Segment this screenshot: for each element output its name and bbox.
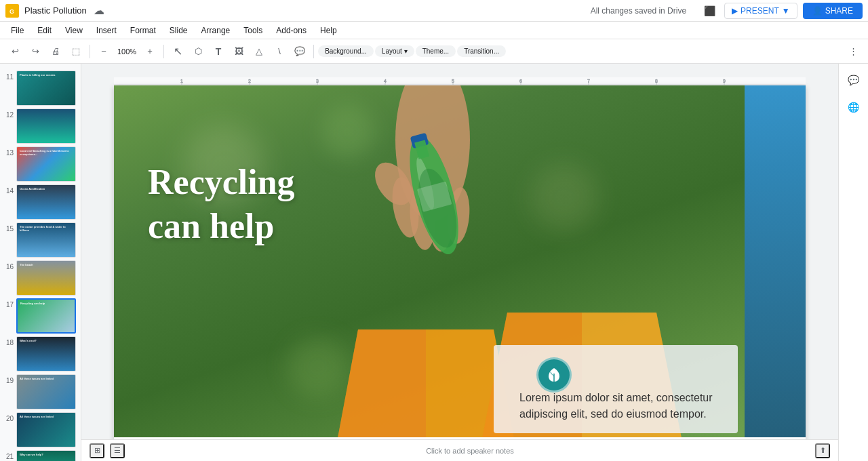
undo-button[interactable]: ↩ [5, 42, 24, 61]
svg-text:8: 8 [655, 79, 658, 83]
slide-preview-12 [16, 108, 76, 144]
slide-mini-text-14: Ocean Acidification [20, 188, 45, 191]
select-button[interactable]: ⬡ [189, 42, 208, 61]
slide-thumb-21[interactable]: 21 Why can we help? [0, 449, 81, 461]
print-button[interactable]: 🖨 [46, 42, 65, 61]
menu-insert[interactable]: Insert [91, 24, 122, 37]
svg-text:7: 7 [587, 79, 590, 83]
slide-number-16: 16 [4, 260, 14, 270]
text-button[interactable]: T [209, 42, 228, 61]
paint-format-button[interactable]: ⬚ [66, 42, 85, 61]
svg-text:4: 4 [384, 79, 387, 83]
grid-view-button[interactable]: ⊞ [90, 443, 104, 458]
slide-thumb-19[interactable]: 19 All these issues are linked [0, 373, 81, 411]
slide-preview-11: Plastic is killing our oceans [16, 71, 76, 106]
document-title: Plastic Pollution [24, 5, 87, 16]
slide-thumb-11[interactable]: 11 Plastic is killing our oceans [0, 69, 81, 107]
transition-pill[interactable]: Transition... [457, 45, 506, 57]
transition-label: Transition... [464, 47, 499, 55]
slide-thumb-13[interactable]: 13 Coral reef bleaching is a fatal threa… [0, 145, 81, 183]
slide-title-line2: can help [148, 204, 295, 248]
line-button[interactable]: \ [270, 42, 289, 61]
toolbar: ↩ ↪ 🖨 ⬚ − 100% + ↖ ⬡ T 🖼 △ \ 💬 Backgroun… [0, 39, 868, 64]
slide-preview-13: Coral reef bleaching is a fatal threat t… [16, 146, 76, 182]
slide-title: Recycling can help [148, 160, 295, 248]
slide-number-14: 14 [4, 184, 14, 195]
slide-main[interactable]: Recycling can help Lorem ipsum dolor sit… [114, 85, 806, 439]
slide-number-18: 18 [4, 336, 14, 346]
slide-number-19: 19 [4, 374, 14, 384]
title-bar: G Plastic Pollution ☁ All changes saved … [0, 0, 868, 22]
svg-text:9: 9 [723, 79, 726, 83]
present-label: PRESENT [741, 6, 779, 16]
menu-view[interactable]: View [60, 24, 88, 37]
slide-mini-text-11: Plastic is killing our oceans [20, 74, 55, 77]
menu-tools[interactable]: Tools [238, 24, 268, 37]
ruler-top: 1 2 3 4 5 6 7 8 9 [114, 77, 806, 85]
slide-background [114, 85, 806, 439]
redo-button[interactable]: ↪ [26, 42, 45, 61]
slide-number-13: 13 [4, 146, 14, 157]
menu-file[interactable]: File [5, 24, 29, 37]
slideshow-icon[interactable]: ⬛ [700, 1, 719, 20]
slide-thumb-14[interactable]: 14 Ocean Acidification [0, 183, 81, 221]
slide-preview-21: Why can we help? [16, 450, 76, 461]
zoom-in-button[interactable]: + [140, 42, 159, 61]
slide-number-20: 20 [4, 412, 14, 422]
menu-format[interactable]: Format [125, 24, 161, 37]
slide-mini-text-18: What's next? [20, 340, 37, 343]
more-options-button[interactable]: ⋮ [844, 42, 863, 61]
zoom-out-button[interactable]: − [94, 42, 113, 61]
menu-help[interactable]: Help [315, 24, 342, 37]
share-label: SHARE [825, 6, 853, 16]
slide-thumb-12[interactable]: 12 [0, 107, 81, 145]
svg-text:G: G [9, 8, 14, 15]
expand-notes-button[interactable]: ⬆ [815, 443, 830, 458]
slide-footer: Greenwash [114, 437, 806, 439]
slide-thumb-15[interactable]: 15 The ocean provides food & water to bi… [0, 221, 81, 259]
present-icon: ▶ [732, 6, 738, 16]
theme-pill[interactable]: Theme... [416, 45, 456, 57]
slides-panel: 11 Plastic is killing our oceans 12 13 C… [0, 64, 81, 461]
canvas-wrapper: 1 2 3 4 5 6 7 8 9 [81, 64, 838, 461]
menu-arrange[interactable]: Arrange [196, 24, 236, 37]
comment-button[interactable]: 💬 [290, 42, 309, 61]
translate-sidebar-button[interactable]: 🌐 [843, 96, 865, 118]
leaf-svg [545, 365, 564, 384]
cursor-button[interactable]: ↖ [168, 42, 187, 61]
slide-mini-text-16: The beach [20, 264, 33, 267]
slide-number-12: 12 [4, 108, 14, 119]
slide-body-text-content: Lorem ipsum dolor sit amet, consectetur … [519, 392, 713, 420]
speaker-notes-placeholder[interactable]: Click to add speaker notes [130, 447, 810, 455]
right-sidebar: 💬 🌐 [838, 64, 868, 461]
slide-number-11: 11 [4, 71, 14, 81]
shapes-button[interactable]: △ [250, 42, 269, 61]
menu-addons[interactable]: Add-ons [271, 24, 312, 37]
slide-preview-15: The ocean provides food & water to billi… [16, 222, 76, 258]
slide-preview-14: Ocean Acidification [16, 184, 76, 220]
svg-text:6: 6 [519, 79, 522, 83]
slide-thumb-20[interactable]: 20 All these issues are linked [0, 411, 81, 449]
slide-thumb-17[interactable]: 17 Recycling can help [0, 297, 81, 335]
menu-bar: File Edit View Insert Format Slide Arran… [0, 22, 868, 39]
layout-label: Layout ▾ [382, 47, 408, 55]
background-pill[interactable]: Background... [318, 45, 374, 57]
present-button[interactable]: ▶ PRESENT ▼ [724, 3, 797, 19]
slide-number-17: 17 [4, 298, 14, 308]
slide-preview-19: All these issues are linked [16, 374, 76, 409]
menu-slide[interactable]: Slide [164, 24, 193, 37]
slide-thumb-16[interactable]: 16 The beach [0, 259, 81, 297]
svg-rect-2 [114, 77, 806, 85]
save-status: All changes saved in Drive [591, 6, 686, 16]
separator-1 [90, 45, 90, 58]
share-button[interactable]: 👤 SHARE [803, 3, 863, 19]
list-view-button[interactable]: ☰ [110, 443, 125, 458]
slide-mini-text-20: All these issues are linked [20, 416, 54, 419]
layout-pill[interactable]: Layout ▾ [375, 45, 414, 57]
comments-sidebar-button[interactable]: 💬 [843, 69, 865, 91]
slide-thumb-18[interactable]: 18 What's next? [0, 335, 81, 373]
slide-number-21: 21 [4, 450, 14, 460]
image-button[interactable]: 🖼 [229, 42, 248, 61]
title-bar-actions: ⬛ ▶ PRESENT ▼ 👤 SHARE [700, 1, 863, 20]
menu-edit[interactable]: Edit [32, 24, 57, 37]
